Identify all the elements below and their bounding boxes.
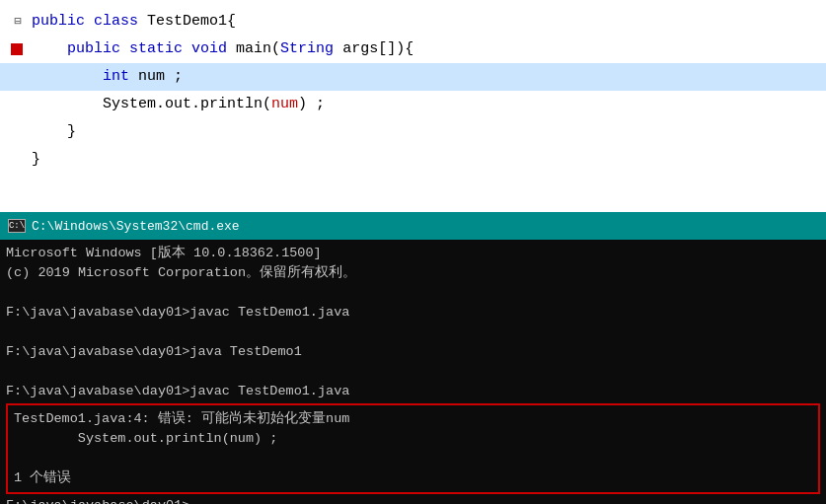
error-line-3 — [14, 449, 812, 468]
terminal-after-error: F:\java\javabase\day01> — [6, 496, 820, 504]
error-line-2: System.out.println(num) ; — [14, 429, 812, 449]
code-line-6: } — [0, 146, 826, 174]
terminal-line-5 — [6, 323, 820, 342]
gutter-2 — [4, 43, 32, 55]
error-line-4: 1 个错误 — [14, 468, 812, 488]
error-box: TestDemo1.java:4: 错误: 可能尚未初始化变量num Syste… — [6, 403, 820, 494]
code-line-1: ⊟ public class TestDemo1{ — [0, 8, 826, 36]
code-line-3: int num ; — [0, 63, 826, 91]
terminal-body: Microsoft Windows [版本 10.0.18362.1500] (… — [0, 240, 826, 504]
collapse-icon[interactable]: ⊟ — [14, 8, 21, 36]
terminal: C:\ C:\Windows\System32\cmd.exe Microsof… — [0, 212, 826, 504]
code-editor: ⊟ public class TestDemo1{ public static … — [0, 0, 826, 212]
terminal-line-7 — [6, 362, 820, 382]
code-line-5: } — [0, 118, 826, 146]
terminal-line-1: Microsoft Windows [版本 10.0.18362.1500] — [6, 244, 820, 263]
error-line-1: TestDemo1.java:4: 错误: 可能尚未初始化变量num — [14, 409, 812, 429]
line-2-content: public static void main(String args[]){ — [32, 36, 413, 63]
line-6-content: } — [32, 146, 40, 174]
code-lines: ⊟ public class TestDemo1{ public static … — [0, 0, 826, 181]
code-line-4: System.out.println(num) ; — [0, 91, 826, 118]
terminal-icon: C:\ — [8, 219, 26, 233]
line-1-content: public class TestDemo1{ — [32, 8, 236, 36]
gutter-1: ⊟ — [4, 8, 32, 36]
code-line-2: public static void main(String args[]){ — [0, 36, 826, 63]
terminal-line-8: F:\java\javabase\day01>javac TestDemo1.j… — [6, 382, 820, 401]
line-5-content: } — [32, 118, 76, 146]
line-4-content: System.out.println(num) ; — [32, 91, 325, 118]
line-3-content: int num ; — [32, 63, 183, 91]
terminal-line-3 — [6, 283, 820, 303]
terminal-title: C:\Windows\System32\cmd.exe — [32, 219, 240, 234]
terminal-line-6: F:\java\javabase\day01>java TestDemo1 — [6, 342, 820, 362]
terminal-line-2: (c) 2019 Microsoft Corporation。保留所有权利。 — [6, 263, 820, 283]
terminal-line-4: F:\java\javabase\day01>javac TestDemo1.j… — [6, 303, 820, 323]
breakpoint-icon[interactable] — [11, 43, 23, 55]
terminal-titlebar: C:\ C:\Windows\System32\cmd.exe — [0, 212, 826, 240]
